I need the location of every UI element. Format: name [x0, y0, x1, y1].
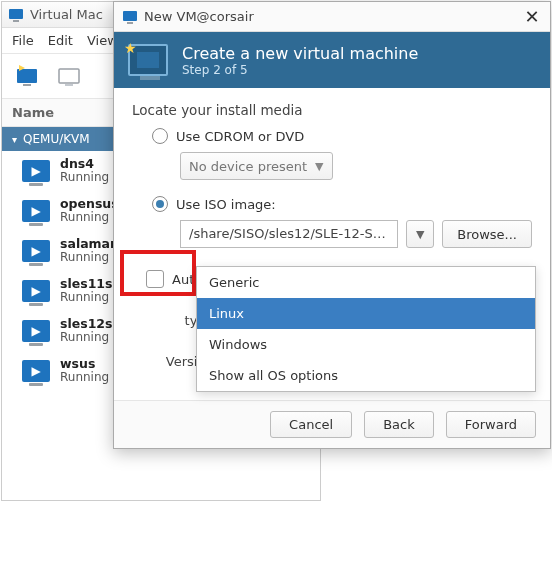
close-icon[interactable]: ✕ [522, 8, 542, 26]
vm-name: salaman [60, 237, 119, 251]
vm-thumb-icon: ▶ [22, 160, 50, 182]
dialog-title: New VM@corsair [144, 9, 254, 24]
vm-status: Running [60, 211, 119, 225]
vm-name: wsus [60, 357, 109, 371]
dialog-header: ★ Create a new virtual machine Step 2 of… [114, 32, 550, 88]
cdrom-device-value: No device present [189, 159, 307, 174]
vm-name: dns4 [60, 157, 109, 171]
vm-thumb-icon: ▶ [22, 360, 50, 382]
autodetect-checkbox[interactable] [146, 270, 164, 288]
vm-thumb-icon: ▶ [22, 240, 50, 262]
app-icon [8, 7, 24, 23]
new-vm-dialog: New VM@corsair ✕ ★ Create a new virtual … [113, 1, 551, 449]
open-vm-button[interactable] [54, 62, 86, 90]
os-option-linux[interactable]: Linux [197, 298, 535, 329]
section-label: Locate your install media [132, 102, 532, 118]
cdrom-device-combo[interactable]: No device present ▼ [180, 152, 333, 180]
dialog-titlebar: New VM@corsair ✕ [114, 2, 550, 32]
wizard-icon: ★ [128, 44, 168, 76]
svg-rect-3 [23, 84, 31, 86]
os-option-windows[interactable]: Windows [197, 329, 535, 360]
chevron-down-icon: ▼ [315, 160, 323, 173]
radio-icon [152, 196, 168, 212]
vm-status: Running [60, 371, 109, 385]
window-title: Virtual Mac [30, 7, 103, 22]
new-vm-button[interactable] [12, 62, 44, 90]
vm-name: opensus [60, 197, 119, 211]
vm-status: Running [60, 251, 119, 265]
svg-rect-2 [17, 69, 37, 83]
dialog-icon [122, 9, 138, 25]
expand-icon: ▾ [12, 134, 17, 145]
vm-thumb-icon: ▶ [22, 320, 50, 342]
svg-rect-8 [127, 22, 133, 24]
iso-path-dropdown[interactable]: ▼ [406, 220, 434, 248]
vm-thumb-icon: ▶ [22, 280, 50, 302]
os-option-show-all[interactable]: Show all OS options [197, 360, 535, 391]
svg-rect-0 [9, 9, 23, 19]
cancel-button[interactable]: Cancel [270, 411, 352, 438]
browse-button[interactable]: Browse... [442, 220, 532, 248]
os-type-dropdown: Generic Linux Windows Show all OS option… [196, 266, 536, 392]
option-iso[interactable]: Use ISO image: [152, 196, 532, 212]
option-iso-label: Use ISO image: [176, 197, 276, 212]
os-option-generic[interactable]: Generic [197, 267, 535, 298]
svg-rect-6 [65, 84, 73, 86]
svg-rect-1 [13, 20, 19, 22]
connection-label: QEMU/KVM [23, 132, 90, 146]
dialog-footer: Cancel Back Forward [114, 400, 550, 448]
vm-status: Running [60, 171, 109, 185]
svg-rect-7 [123, 11, 137, 21]
menu-file[interactable]: File [12, 33, 34, 48]
back-button[interactable]: Back [364, 411, 434, 438]
wizard-step: Step 2 of 5 [182, 63, 418, 77]
option-cdrom[interactable]: Use CDROM or DVD [152, 128, 532, 144]
svg-rect-5 [59, 69, 79, 83]
menu-edit[interactable]: Edit [48, 33, 73, 48]
iso-path-input[interactable]: /share/SISO/sles12/SLE-12-SP3-Server-D [180, 220, 398, 248]
option-cdrom-label: Use CDROM or DVD [176, 129, 304, 144]
svg-rect-9 [137, 52, 159, 68]
forward-button[interactable]: Forward [446, 411, 536, 438]
radio-icon [152, 128, 168, 144]
vm-thumb-icon: ▶ [22, 200, 50, 222]
dialog-body: Locate your install media Use CDROM or D… [114, 88, 550, 400]
wizard-title: Create a new virtual machine [182, 44, 418, 63]
